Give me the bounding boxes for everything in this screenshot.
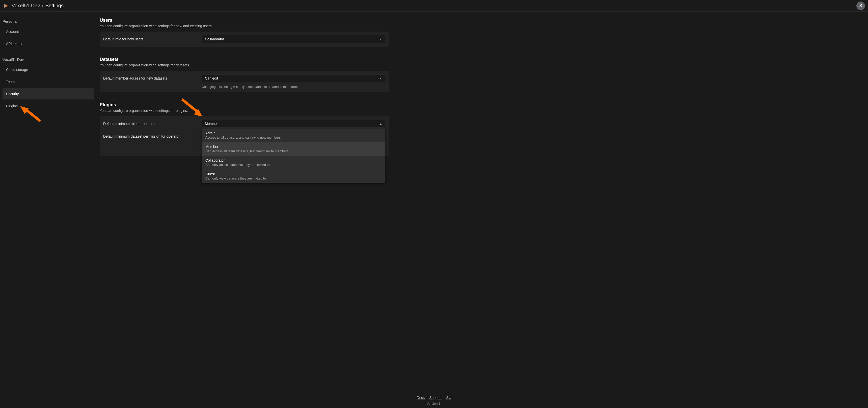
users-title: Users [100, 18, 389, 23]
dropdown-item-guest[interactable]: Guest Can only view datasets they are in… [202, 169, 385, 183]
select-value: Member [205, 122, 218, 126]
footer-links: Docs Support Sla [0, 396, 868, 400]
caret-up-icon: ▲ [379, 122, 382, 125]
footer-link-support[interactable]: Support [429, 396, 441, 400]
main-content: Users You can configure organization-wid… [97, 11, 392, 391]
sidebar-item-team[interactable]: Team [2, 76, 94, 87]
footer-link-docs[interactable]: Docs [416, 396, 425, 400]
svg-marker-1 [4, 4, 6, 8]
sidebar-item-account[interactable]: Account [2, 26, 94, 37]
datasets-hint: Changing this setting will only affect d… [202, 85, 385, 89]
users-desc: You can configure organization-wide sett… [100, 24, 389, 28]
plugins-title: Plugins [100, 102, 389, 108]
plugins-row1-label: Default minimum role for operator [103, 122, 196, 126]
caret-down-icon: ▼ [379, 38, 382, 41]
footer-link-sla[interactable]: Sla [446, 396, 451, 400]
avatar[interactable]: S [857, 1, 865, 10]
footer: Docs Support Sla Version 1. [0, 391, 868, 408]
select-value: Collaborator [205, 37, 224, 41]
min-role-select[interactable]: Member ▲ Admin Access to all datasets, a… [202, 120, 385, 128]
datasets-desc: You can configure organization-wide sett… [100, 63, 389, 67]
dropdown-item-admin[interactable]: Admin Access to all datasets, and can in… [202, 128, 385, 142]
plugins-desc: You can configure organization-wide sett… [100, 109, 389, 113]
users-card: Default role for new users Collaborator … [100, 32, 389, 47]
chevron-right-icon: › [42, 3, 43, 8]
annotation-arrow-icon [179, 97, 205, 119]
users-row-label: Default role for new users [103, 37, 196, 41]
sidebar-item-cloud-storage[interactable]: Cloud storage [2, 64, 94, 75]
sidebar-item-api-tokens[interactable]: API tokens [2, 38, 94, 49]
sidebar-item-plugins[interactable]: Plugins [2, 100, 94, 112]
default-access-select[interactable]: Can edit ▼ [202, 74, 385, 82]
datasets-card: Default member access for new datasets C… [100, 71, 389, 92]
plugins-card: Default minimum role for operator Member… [100, 116, 389, 156]
plugins-row2-label: Default minimum dataset permission for o… [103, 134, 196, 138]
caret-down-icon: ▼ [379, 77, 382, 80]
dropdown-item-collaborator[interactable]: Collaborator Can only access datasets th… [202, 155, 385, 169]
breadcrumb-org[interactable]: Voxel51 Dev [11, 3, 40, 8]
sidebar-section-personal: Personal [2, 18, 94, 26]
sidebar-item-security[interactable]: Security [2, 88, 94, 99]
version-text: Version 1. [0, 402, 868, 406]
role-dropdown: Admin Access to all datasets, and can in… [202, 128, 385, 183]
datasets-row-label: Default member access for new datasets [103, 76, 196, 80]
default-role-select[interactable]: Collaborator ▼ [202, 35, 385, 43]
app-logo[interactable] [3, 3, 9, 9]
breadcrumb: Voxel51 Dev › Settings [11, 3, 64, 8]
select-value: Can edit [205, 76, 218, 80]
sidebar: Personal Account API tokens Voxel51 Dev … [0, 11, 97, 391]
breadcrumb-page: Settings [45, 3, 64, 8]
sidebar-section-org: Voxel51 Dev [2, 56, 94, 64]
datasets-title: Datasets [100, 57, 389, 62]
top-bar: Voxel51 Dev › Settings S [0, 0, 868, 11]
dropdown-item-member[interactable]: Member Can access all team datasets, but… [202, 142, 385, 155]
